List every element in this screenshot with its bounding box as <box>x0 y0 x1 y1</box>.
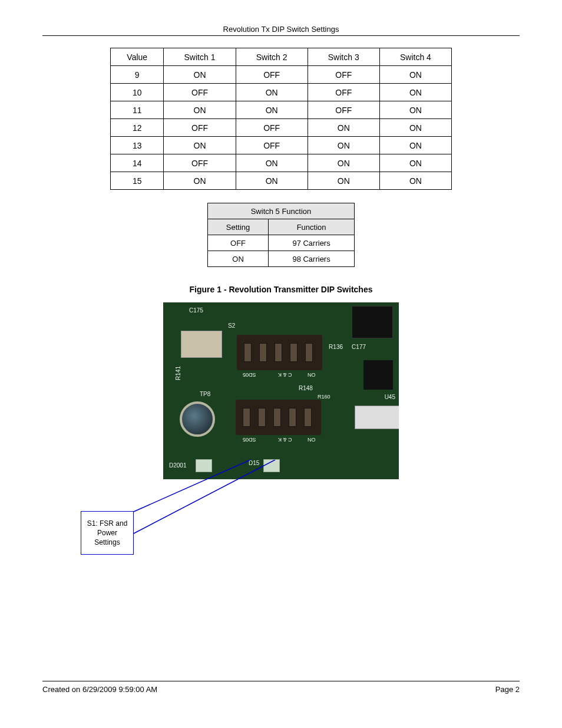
table-row: OFF97 Carriers <box>208 235 355 251</box>
col-header-value: Value <box>111 48 164 66</box>
table2-header-function: Function <box>269 219 355 235</box>
col-header-sw2: Switch 2 <box>236 48 308 66</box>
table2-header-row: Setting Function <box>208 219 355 235</box>
page-header-title: Revolution Tx DIP Switch Settings <box>0 25 562 34</box>
silkscreen-label: C & K <box>278 372 292 378</box>
potentiometer-icon <box>180 401 215 437</box>
silkscreen-label: SD05 <box>243 437 256 443</box>
table-row: 15ONONONON <box>111 172 452 190</box>
figure-caption: Figure 1 - Revolution Transmitter DIP Sw… <box>42 285 520 294</box>
col-header-sw1: Switch 1 <box>164 48 236 66</box>
silkscreen-label: R148 <box>299 385 313 391</box>
chip-icon <box>352 306 393 338</box>
chip-icon <box>355 406 399 429</box>
table-row: 10OFFONOFFON <box>111 84 452 101</box>
page-footer: Created on 6/29/2009 9:59:00 AM Page 2 <box>42 681 520 694</box>
silkscreen-label: SD05 <box>243 372 256 378</box>
silkscreen-label: C175 <box>189 307 203 314</box>
callout-text: S1: FSR and Power Settings <box>84 519 131 548</box>
callout-s1: S1: FSR and Power Settings <box>81 511 134 555</box>
col-header-sw4: Switch 4 <box>379 48 451 66</box>
silkscreen-label: R160 <box>318 394 330 400</box>
table-row: 11ONONOFFON <box>111 101 452 119</box>
table-row: 13ONOFFONON <box>111 137 452 154</box>
footer-page-number: Page 2 <box>495 685 520 694</box>
table2-title: Switch 5 Function <box>208 203 355 219</box>
dip-switch-s1 <box>236 400 321 435</box>
table-row: 14OFFONONON <box>111 154 452 172</box>
silkscreen-label: S2 <box>228 322 235 329</box>
footer-timestamp: Created on 6/29/2009 9:59:00 AM <box>42 685 157 694</box>
table-row: 12OFFOFFONON <box>111 119 452 137</box>
dip-switch-values-table: Value Switch 1 Switch 2 Switch 3 Switch … <box>110 48 452 190</box>
silkscreen-label: D2001 <box>169 462 186 469</box>
chip-icon <box>363 360 393 390</box>
silkscreen-label: U45 <box>385 394 395 400</box>
led-icon <box>263 459 280 472</box>
col-header-sw3: Switch 3 <box>308 48 379 66</box>
silkscreen-label: D15 <box>249 460 259 466</box>
capacitor-icon <box>181 331 222 358</box>
led-icon <box>196 459 212 472</box>
table-row: 9ONOFFOFFON <box>111 66 452 84</box>
switch5-function-table: Switch 5 Function Setting Function OFF97… <box>207 203 355 267</box>
pcb-photo-wrapper: S2 C175 R136 C177 R141 TP8 R148 R160 U45… <box>163 302 399 479</box>
table2-title-row: Switch 5 Function <box>208 203 355 219</box>
silkscreen-label: ON <box>308 372 316 378</box>
silkscreen-label: R136 <box>329 344 343 350</box>
table2-header-setting: Setting <box>208 219 269 235</box>
silkscreen-label: ON <box>308 437 316 443</box>
table-row: ON98 Carriers <box>208 251 355 267</box>
silkscreen-label: TP8 <box>200 391 210 397</box>
table-header-row: Value Switch 1 Switch 2 Switch 3 Switch … <box>111 48 452 66</box>
dip-switch-s2 <box>237 335 322 370</box>
silkscreen-label: R141 <box>175 366 181 380</box>
header-rule <box>42 35 520 36</box>
silkscreen-label: C & K <box>278 437 292 443</box>
silkscreen-label: C177 <box>352 344 366 350</box>
pcb-photo: S2 C175 R136 C177 R141 TP8 R148 R160 U45… <box>163 302 399 479</box>
